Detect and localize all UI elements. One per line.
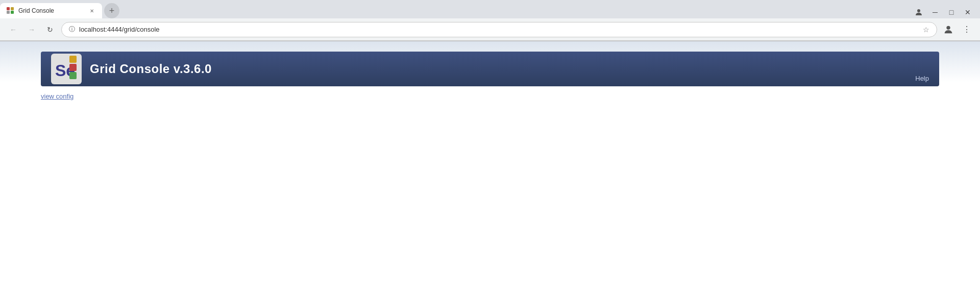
chrome-menu-button[interactable]: ⋮ [960,22,974,37]
tab-label: Grid Console [18,7,84,14]
minimize-button[interactable]: ─ [929,6,941,18]
selenium-logo: Se [51,54,82,84]
help-link[interactable]: Help [915,75,929,82]
header-bar: Se Grid Console v.3.6.0 Help [41,52,939,86]
svg-rect-4 [11,11,14,14]
bookmark-star-icon[interactable]: ☆ [923,26,929,34]
reload-button[interactable]: ↻ [43,22,57,37]
profile-button[interactable] [913,6,925,18]
svg-rect-9 [69,56,77,63]
page-content: Se Grid Console v.3.6.0 Help view config [0,41,980,286]
active-tab[interactable]: Grid Console ✕ [0,3,102,18]
address-bar-row: ← → ↻ ⓘ localhost:4444/grid/console ☆ ⋮ [0,18,980,41]
lock-icon: ⓘ [69,25,75,34]
tab-close-button[interactable]: ✕ [88,7,96,15]
address-bar[interactable]: ⓘ localhost:4444/grid/console ☆ [61,22,937,37]
close-button[interactable]: ✕ [962,6,974,18]
tab-bar: Grid Console ✕ + ─ □ ✕ [0,0,980,18]
browser-chrome: Grid Console ✕ + ─ □ ✕ ← → ↻ ⓘ localhost… [0,0,980,41]
header-title: Grid Console v.3.6.0 [90,62,212,76]
address-text: localhost:4444/grid/console [79,26,919,33]
view-config-link[interactable]: view config [41,92,74,100]
tab-favicon [6,7,14,15]
svg-rect-3 [7,7,10,10]
forward-button[interactable]: → [24,22,39,37]
maximize-button[interactable]: □ [945,6,958,18]
window-controls: ─ □ ✕ [906,6,980,18]
profile-avatar-button[interactable] [941,22,955,37]
svg-rect-1 [7,11,10,14]
svg-rect-10 [69,64,77,71]
svg-point-5 [917,9,920,12]
svg-rect-2 [11,7,14,10]
svg-rect-11 [69,72,77,79]
new-tab-button[interactable]: + [104,3,119,18]
back-button[interactable]: ← [6,22,20,37]
svg-point-6 [946,26,950,29]
